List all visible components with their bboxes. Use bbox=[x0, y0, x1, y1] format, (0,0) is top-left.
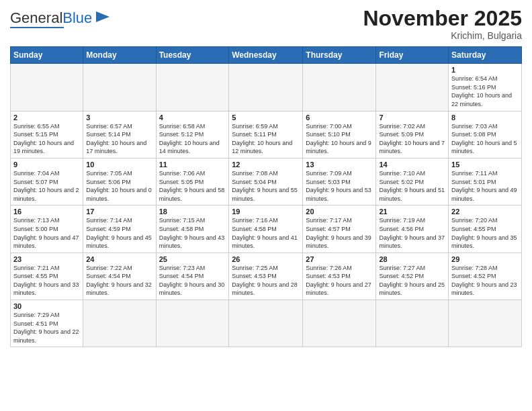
day-number: 23 bbox=[13, 255, 80, 263]
table-row: 22Sunrise: 7:20 AM Sunset: 4:55 PM Dayli… bbox=[449, 205, 522, 253]
table-row: 3Sunrise: 6:57 AM Sunset: 5:14 PM Daylig… bbox=[83, 111, 156, 158]
table-row: 2Sunrise: 6:55 AM Sunset: 5:15 PM Daylig… bbox=[11, 111, 83, 158]
table-row: 4Sunrise: 6:58 AM Sunset: 5:12 PM Daylig… bbox=[156, 111, 229, 158]
table-row: 18Sunrise: 7:15 AM Sunset: 4:58 PM Dayli… bbox=[156, 205, 229, 253]
day-info: Sunrise: 7:14 AM Sunset: 4:59 PM Dayligh… bbox=[86, 216, 152, 250]
table-row bbox=[83, 64, 156, 111]
logo: GeneralBlue bbox=[10, 10, 112, 28]
table-row: 17Sunrise: 7:14 AM Sunset: 4:59 PM Dayli… bbox=[83, 205, 156, 253]
day-number: 9 bbox=[13, 161, 80, 169]
calendar-header-row: Sunday Monday Tuesday Wednesday Thursday… bbox=[11, 47, 522, 64]
table-row: 9Sunrise: 7:04 AM Sunset: 5:07 PM Daylig… bbox=[11, 158, 83, 205]
table-row bbox=[303, 64, 376, 111]
day-info: Sunrise: 7:17 AM Sunset: 4:57 PM Dayligh… bbox=[306, 216, 373, 250]
day-number: 25 bbox=[159, 255, 226, 263]
table-row bbox=[449, 300, 522, 347]
table-row: 5Sunrise: 6:59 AM Sunset: 5:11 PM Daylig… bbox=[229, 111, 303, 158]
day-number: 17 bbox=[86, 208, 152, 216]
day-number: 22 bbox=[451, 208, 519, 216]
table-row: 19Sunrise: 7:16 AM Sunset: 4:58 PM Dayli… bbox=[229, 205, 303, 253]
table-row: 25Sunrise: 7:23 AM Sunset: 4:54 PM Dayli… bbox=[156, 253, 229, 300]
table-row bbox=[11, 64, 83, 111]
header-wednesday: Wednesday bbox=[229, 47, 303, 64]
day-info: Sunrise: 7:28 AM Sunset: 4:52 PM Dayligh… bbox=[451, 264, 519, 298]
table-row bbox=[376, 300, 449, 347]
day-info: Sunrise: 7:19 AM Sunset: 4:56 PM Dayligh… bbox=[379, 216, 445, 250]
table-row: 24Sunrise: 7:22 AM Sunset: 4:54 PM Dayli… bbox=[83, 253, 156, 300]
location: Krichim, Bulgaria bbox=[363, 30, 522, 41]
day-number: 13 bbox=[306, 161, 373, 169]
table-row: 26Sunrise: 7:25 AM Sunset: 4:53 PM Dayli… bbox=[229, 253, 303, 300]
header-monday: Monday bbox=[83, 47, 156, 64]
header-tuesday: Tuesday bbox=[156, 47, 229, 64]
table-row: 10Sunrise: 7:05 AM Sunset: 5:06 PM Dayli… bbox=[83, 158, 156, 205]
day-info: Sunrise: 6:58 AM Sunset: 5:12 PM Dayligh… bbox=[159, 122, 226, 156]
title-section: November 2025 Krichim, Bulgaria bbox=[363, 7, 522, 41]
day-info: Sunrise: 7:13 AM Sunset: 5:00 PM Dayligh… bbox=[13, 216, 80, 250]
day-info: Sunrise: 7:25 AM Sunset: 4:53 PM Dayligh… bbox=[232, 264, 300, 298]
day-number: 16 bbox=[13, 208, 80, 216]
day-info: Sunrise: 7:04 AM Sunset: 5:07 PM Dayligh… bbox=[13, 169, 80, 203]
table-row: 8Sunrise: 7:03 AM Sunset: 5:08 PM Daylig… bbox=[449, 111, 522, 158]
day-info: Sunrise: 7:22 AM Sunset: 4:54 PM Dayligh… bbox=[86, 264, 152, 298]
day-info: Sunrise: 7:29 AM Sunset: 4:51 PM Dayligh… bbox=[13, 311, 80, 345]
day-number: 26 bbox=[232, 255, 300, 263]
logo-text: GeneralBlue bbox=[10, 11, 92, 26]
day-info: Sunrise: 7:20 AM Sunset: 4:55 PM Dayligh… bbox=[451, 216, 519, 250]
logo-icon bbox=[93, 7, 112, 26]
table-row: 13Sunrise: 7:09 AM Sunset: 5:03 PM Dayli… bbox=[303, 158, 376, 205]
day-number: 4 bbox=[159, 113, 226, 122]
day-info: Sunrise: 6:57 AM Sunset: 5:14 PM Dayligh… bbox=[86, 122, 152, 156]
calendar: Sunday Monday Tuesday Wednesday Thursday… bbox=[10, 46, 522, 347]
table-row: 30Sunrise: 7:29 AM Sunset: 4:51 PM Dayli… bbox=[11, 300, 83, 347]
day-number: 29 bbox=[451, 255, 519, 263]
table-row: 6Sunrise: 7:00 AM Sunset: 5:10 PM Daylig… bbox=[303, 111, 376, 158]
month-title: November 2025 bbox=[363, 7, 522, 30]
day-info: Sunrise: 6:55 AM Sunset: 5:15 PM Dayligh… bbox=[13, 122, 80, 156]
day-number: 11 bbox=[159, 161, 226, 169]
table-row: 20Sunrise: 7:17 AM Sunset: 4:57 PM Dayli… bbox=[303, 205, 376, 253]
day-info: Sunrise: 7:00 AM Sunset: 5:10 PM Dayligh… bbox=[306, 122, 373, 156]
day-info: Sunrise: 7:21 AM Sunset: 4:55 PM Dayligh… bbox=[13, 264, 80, 298]
day-number: 14 bbox=[379, 161, 445, 169]
header: GeneralBlue November 2025 Krichim, Bulga… bbox=[10, 7, 522, 41]
day-info: Sunrise: 7:05 AM Sunset: 5:06 PM Dayligh… bbox=[86, 169, 152, 203]
table-row bbox=[229, 300, 303, 347]
day-info: Sunrise: 7:27 AM Sunset: 4:52 PM Dayligh… bbox=[379, 264, 445, 298]
day-number: 15 bbox=[451, 161, 519, 169]
day-number: 3 bbox=[86, 113, 152, 122]
day-number: 5 bbox=[232, 113, 300, 122]
table-row bbox=[83, 300, 156, 347]
day-info: Sunrise: 7:11 AM Sunset: 5:01 PM Dayligh… bbox=[451, 169, 519, 203]
table-row: 27Sunrise: 7:26 AM Sunset: 4:53 PM Dayli… bbox=[303, 253, 376, 300]
day-info: Sunrise: 7:02 AM Sunset: 5:09 PM Dayligh… bbox=[379, 122, 445, 156]
day-info: Sunrise: 7:16 AM Sunset: 4:58 PM Dayligh… bbox=[232, 216, 300, 250]
table-row: 12Sunrise: 7:08 AM Sunset: 5:04 PM Dayli… bbox=[229, 158, 303, 205]
day-number: 21 bbox=[379, 208, 445, 216]
header-saturday: Saturday bbox=[449, 47, 522, 64]
day-number: 2 bbox=[13, 113, 80, 122]
day-number: 10 bbox=[86, 161, 152, 169]
table-row: 1Sunrise: 6:54 AM Sunset: 5:16 PM Daylig… bbox=[449, 64, 522, 111]
header-sunday: Sunday bbox=[11, 47, 83, 64]
table-row: 16Sunrise: 7:13 AM Sunset: 5:00 PM Dayli… bbox=[11, 205, 83, 253]
day-number: 30 bbox=[13, 302, 80, 310]
svg-marker-0 bbox=[96, 11, 109, 22]
day-info: Sunrise: 7:23 AM Sunset: 4:54 PM Dayligh… bbox=[159, 264, 226, 298]
day-number: 12 bbox=[232, 161, 300, 169]
day-info: Sunrise: 7:09 AM Sunset: 5:03 PM Dayligh… bbox=[306, 169, 373, 203]
table-row bbox=[156, 300, 229, 347]
day-number: 18 bbox=[159, 208, 226, 216]
day-number: 8 bbox=[451, 113, 519, 122]
day-info: Sunrise: 7:03 AM Sunset: 5:08 PM Dayligh… bbox=[451, 122, 519, 156]
day-number: 27 bbox=[306, 255, 373, 263]
day-number: 24 bbox=[86, 255, 152, 263]
day-number: 7 bbox=[379, 113, 445, 122]
table-row: 7Sunrise: 7:02 AM Sunset: 5:09 PM Daylig… bbox=[376, 111, 449, 158]
table-row: 11Sunrise: 7:06 AM Sunset: 5:05 PM Dayli… bbox=[156, 158, 229, 205]
table-row: 23Sunrise: 7:21 AM Sunset: 4:55 PM Dayli… bbox=[11, 253, 83, 300]
day-info: Sunrise: 7:06 AM Sunset: 5:05 PM Dayligh… bbox=[159, 169, 226, 203]
day-number: 19 bbox=[232, 208, 300, 216]
day-info: Sunrise: 7:26 AM Sunset: 4:53 PM Dayligh… bbox=[306, 264, 373, 298]
day-number: 1 bbox=[451, 66, 519, 74]
